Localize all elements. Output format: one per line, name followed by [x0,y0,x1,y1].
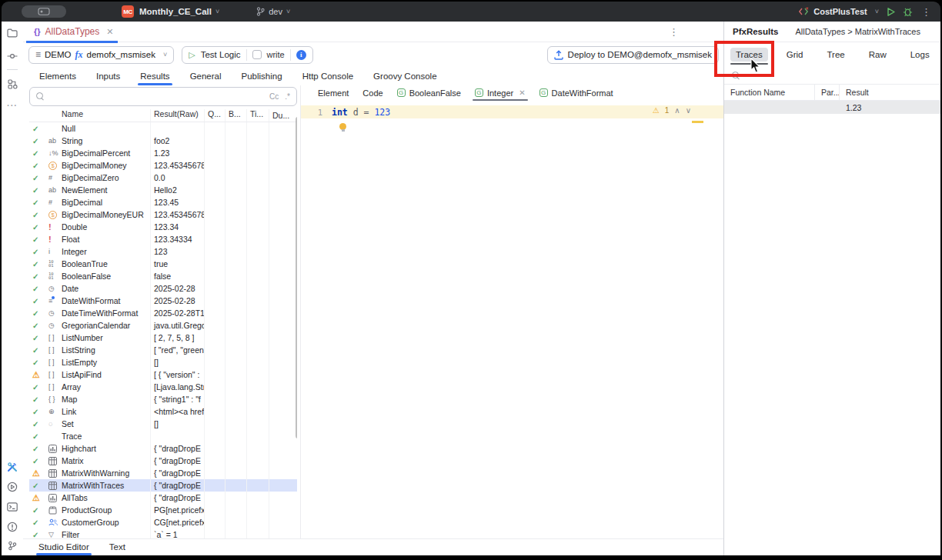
table-row-filter[interactable]: ✓▽Filter`a` = 1 [29,528,297,538]
deploy-button[interactable]: Deploy to DEMO@demofx_msmisek [547,46,719,64]
table-row-bigdecimal[interactable]: ✓#BigDecimal123.45 [29,196,297,208]
element-tab-datewithformat[interactable]: GDateWithFormat [539,85,613,100]
table-row-link[interactable]: ✓⊕Link<html><a href [29,405,297,418]
tab-alldatatypes[interactable]: {} AllDataTypes ✕ [23,22,121,42]
match-case-toggle[interactable]: Cc [269,92,279,101]
table-row-gregoriancalendar[interactable]: ✓◷GregorianCalendarjava.util.Grego [29,319,297,332]
col-function-name[interactable]: Function Name [724,85,815,100]
info-icon[interactable]: i [296,50,306,60]
more-tools-icon[interactable]: ··· [2,95,23,115]
git-icon[interactable] [2,535,23,555]
table-row-listnumber[interactable]: ✓[ ]ListNumber[ 2, 7, 5, 8 ] [29,332,297,344]
tab-results[interactable]: Results [139,69,170,85]
col-result-raw[interactable]: Result(Raw) [151,109,205,122]
run-button[interactable] [886,7,896,17]
element-tab-integer[interactable]: GInteger✕ [475,85,526,100]
table-row-newelement[interactable]: ✓abNewElementHello2 [29,184,297,196]
tab-groovy-console[interactable]: Groovy Console [372,69,437,85]
close-icon[interactable]: ✕ [106,27,113,37]
table-row-float[interactable]: ✓!Float123.34334 [29,233,297,245]
table-row-bigdecimalzero[interactable]: ✓#BigDecimalZero0.0 [29,172,297,184]
table-row-matrixwithtraces[interactable]: ✓MatrixWithTraces{ "dragDropE [29,479,297,492]
test-logic-button[interactable]: Test Logic [201,50,241,59]
close-icon[interactable]: ✕ [519,88,525,97]
code-editor[interactable]: 1 int d = 123 ⚠ 1 ∧ ∨ [301,100,723,538]
write-checkbox[interactable] [252,50,262,59]
table-row-booleantrue[interactable]: ✓1001BooleanTruetrue [29,258,297,270]
table-row-set[interactable]: ✓◌Set[] [29,418,297,430]
tab-pfxresults[interactable]: PfxResults [733,27,778,36]
table-row-booleanfalse[interactable]: ✓1001BooleanFalsefalse [29,270,297,282]
view-tab-logs[interactable]: Logs [905,48,935,62]
table-row-double[interactable]: ✓!Double123.34 [29,221,297,233]
element-tab-element[interactable]: Element [318,85,349,100]
table-row-listempty[interactable]: ✓[ ]ListEmpty[] [29,356,297,368]
table-row-matrix[interactable]: ✓Matrix{ "dragDropE [29,455,297,467]
run-panel-icon[interactable] [2,477,23,497]
col-b[interactable]: B... [225,109,247,122]
structure-icon[interactable] [2,74,23,94]
tab-inputs[interactable]: Inputs [95,69,121,85]
table-row-array[interactable]: ✓[ ]Array[Ljava.lang.Str [29,381,297,393]
col-ti[interactable]: Ti... [247,109,269,122]
regex-toggle[interactable]: .* [285,92,290,101]
trace-row[interactable]: 1.23 [724,101,940,114]
table-row-listapifind[interactable]: ⚠[ ]ListApiFind[ { "version" : [29,368,297,381]
table-row-map[interactable]: ✓{ }Map{ "string1" : "f [29,393,297,405]
table-row-null[interactable]: ✓Null [29,122,297,135]
table-row-alltabs[interactable]: ⚠AllTabs{ "dragDropE [29,492,297,504]
table-row-integer[interactable]: ✓iInteger123 [29,245,297,258]
table-row-customergroup[interactable]: ✓CustomerGroupCG[net.pricefx [29,516,297,528]
col-q[interactable]: Q... [205,109,225,122]
commit-icon[interactable] [2,46,23,66]
build-tools-icon[interactable] [2,457,23,477]
warning-stripe-mark[interactable] [692,121,703,123]
table-row-liststring[interactable]: ✓[ ]ListString[ "red", "green [29,344,297,356]
terminal-icon[interactable] [2,497,23,517]
bottom-tab-studio-editor[interactable]: Studio Editor [38,541,89,555]
problems-icon[interactable] [2,517,23,537]
table-row-trace[interactable]: ✓Trace [29,430,297,442]
table-row-string[interactable]: ✓abStringfoo2 [29,135,297,147]
workspace-pill[interactable] [22,5,66,18]
debug-button[interactable] [903,7,913,17]
table-row-bigdecimalmoney[interactable]: ✓$BigDecimalMoney123.45345678 [29,159,297,172]
element-tab-code[interactable]: Code [362,85,382,100]
tab-publishing[interactable]: Publishing [241,69,283,85]
tab-options-menu[interactable]: ⋮ [669,26,679,38]
inspection-widget[interactable]: ⚠ 1 ∧ ∨ [653,106,691,115]
tab-elements[interactable]: Elements [38,69,77,85]
view-tab-grid[interactable]: Grid [781,48,809,62]
table-row-productgroup[interactable]: ✓ProductGroupPG[net.pricefx [29,504,297,516]
col-du[interactable]: Du... [269,111,297,120]
next-warning-icon[interactable]: ∨ [686,106,691,115]
col-par[interactable]: Par... [815,85,840,100]
view-tab-tree[interactable]: Tree [821,48,850,62]
tab-general[interactable]: General [189,69,222,85]
tab-http-console[interactable]: Http Console [302,69,354,85]
col-name[interactable]: Name [58,109,151,122]
view-tab-raw[interactable]: Raw [864,48,892,62]
table-row-matrixwithwarning[interactable]: ⚠MatrixWithWarning{ "dragDropE [29,467,297,479]
intention-bulb-icon[interactable] [339,123,346,130]
table-row-datetimewithformat[interactable]: ✓◷DateTimeWithFormat2025-02-28T1 [29,307,297,319]
run-config-selector[interactable]: CostPlusTest ˅ [798,7,879,16]
prev-warning-icon[interactable]: ∧ [674,106,680,115]
table-row-datewithformat[interactable]: ✓≡DateWithFormat2025-02-28 [29,295,297,307]
play-icon[interactable]: ▷ [189,50,195,60]
bottom-tab-text[interactable]: Text [109,541,125,555]
project-files-icon[interactable] [2,23,23,43]
element-tab-booleanfalse[interactable]: GBooleanFalse [397,85,461,100]
table-row-bigdecimalmoneyeur[interactable]: ✓$BigDecimalMoneyEUR123.45345678 [29,208,297,221]
project-name[interactable]: Monthly_CE_Call [139,7,212,16]
table-row-highchart[interactable]: ✓Highchart{ "dragDropE [29,442,297,455]
table-scrollbar[interactable] [296,117,297,438]
environment-selector[interactable]: ≡ DEMO fx demofx_msmisek ˅ [28,46,174,64]
col-result[interactable]: Result [840,88,940,97]
table-row-bigdecimalpercent[interactable]: ✓↓%BigDecimalPercent1.23 [29,147,297,159]
titlebar-more-menu[interactable]: ⋮ [920,6,933,18]
breadcrumb[interactable]: AllDataTypes > MatrixWithTraces [795,27,920,36]
results-search[interactable]: Cc .* [29,87,297,106]
table-row-date[interactable]: ✓◷Date2025-02-28 [29,282,297,295]
branch-selector[interactable]: dev ˅ [256,7,290,16]
